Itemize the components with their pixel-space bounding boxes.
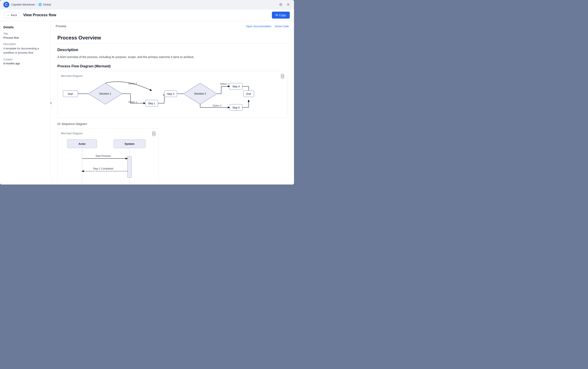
sidebar-title: Details — [3, 25, 47, 29]
back-label: Back — [11, 13, 17, 17]
or-sequence-text: Or Sequence Diagram: — [57, 122, 287, 126]
back-button[interactable]: ← Back — [4, 12, 20, 18]
main-layout: Details Title Process flow Description A… — [0, 21, 294, 184]
svg-text:Step 4: Step 4 — [232, 85, 240, 88]
breadcrumb-scope: Global — [43, 3, 51, 6]
diagram-copy-button[interactable]: ⧉ — [281, 74, 284, 79]
svg-rect-42 — [127, 156, 132, 177]
description-section-title: Description — [57, 48, 287, 52]
svg-text:Step 3: Step 3 — [167, 92, 174, 95]
preview-content-area: ◀ Preview Open documentation Show Code P… — [51, 21, 294, 184]
description-label: Description — [3, 43, 47, 46]
collapse-icon: ◀ — [51, 101, 51, 104]
collapse-sidebar-button[interactable]: ◀ — [51, 99, 53, 107]
flow-diagram-title: Process Flow Diagram (Mermaid) — [57, 64, 287, 68]
created-label: Created — [3, 58, 47, 61]
show-code-link[interactable]: Show Code — [275, 25, 289, 28]
preview-body: Process Overview Description A brief ove… — [51, 30, 294, 184]
copy-icon: ⧉ — [276, 13, 278, 17]
details-sidebar: Details Title Process flow Description A… — [0, 21, 51, 184]
title-divider — [57, 43, 287, 43]
sidebar-field-description: Description A template for documenting a… — [3, 43, 47, 55]
svg-text:System: System — [125, 142, 134, 145]
sequence-diagram-copy-button[interactable]: ⧉ — [152, 131, 156, 136]
copy-button[interactable]: ⧉ Copy — [272, 12, 290, 19]
title-label: Title — [3, 32, 47, 35]
svg-text:Option 2: Option 2 — [128, 82, 137, 85]
svg-text:Option 1: Option 1 — [128, 101, 137, 103]
description-value: A template for documenting a workflow or… — [3, 46, 47, 55]
svg-text:Step 1: Step 1 — [148, 102, 156, 105]
svg-text:End: End — [246, 92, 251, 95]
sequence-diagram-label: Mermaid Diagram — [61, 132, 155, 135]
svg-text:Decision 2: Decision 2 — [194, 92, 206, 95]
copy-label: Copy — [279, 13, 286, 17]
content-header: Preview Open documentation Show Code — [51, 21, 294, 30]
svg-text:Option 1: Option 1 — [220, 82, 229, 85]
breadcrumb-separator: › — [36, 3, 37, 6]
title-value: Process flow — [3, 36, 47, 39]
titlebar-actions: ⚙ ✕ — [278, 1, 291, 8]
header-links: Open documentation Show Code — [246, 25, 289, 28]
preview-label: Preview — [56, 24, 66, 28]
page-header: ← Back View Process flow ⧉ Copy — [0, 9, 294, 21]
svg-text:Option 2: Option 2 — [213, 104, 221, 107]
open-docs-link[interactable]: Open documentation — [246, 25, 271, 28]
close-icon[interactable]: ✕ — [286, 1, 291, 8]
svg-text:Start Process: Start Process — [96, 154, 111, 157]
app-logo: C — [3, 2, 9, 8]
globe-icon: 🌐 — [38, 3, 42, 6]
svg-text:Decision 1: Decision 1 — [99, 92, 111, 95]
flow-diagram-label: Mermaid Diagram — [61, 74, 284, 77]
page-title: View Process flow — [23, 13, 272, 17]
flow-diagram-container: Mermaid Diagram ⧉ Start — [57, 71, 287, 118]
flow-diagram: Start Decision 1 Option 2 — [61, 80, 284, 114]
description-paragraph: A brief overview of the process, includi… — [57, 55, 287, 59]
breadcrumb-nav: Capable Markdown › 🌐 Global — [11, 3, 278, 6]
svg-text:Start: Start — [68, 92, 73, 95]
breadcrumb-app: Capable Markdown — [11, 3, 35, 6]
doc-title: Process Overview — [57, 35, 287, 41]
back-arrow-icon: ← — [7, 13, 10, 17]
settings-icon[interactable]: ⚙ — [278, 1, 283, 8]
sequence-diagram-container: Mermaid Diagram ⧉ Actor System — [57, 128, 159, 184]
sequence-diagram: Actor System — [61, 137, 155, 184]
created-value: 8 months ago — [3, 62, 47, 65]
titlebar: C Capable Markdown › 🌐 Global ⚙ ✕ — [0, 0, 294, 9]
svg-text:Step 1 Completed: Step 1 Completed — [93, 167, 113, 170]
svg-text:Actor: Actor — [78, 142, 86, 145]
svg-text:Step 5: Step 5 — [232, 106, 240, 109]
sidebar-field-title: Title Process flow — [3, 32, 47, 39]
sidebar-field-created: Created 8 months ago — [3, 58, 47, 65]
